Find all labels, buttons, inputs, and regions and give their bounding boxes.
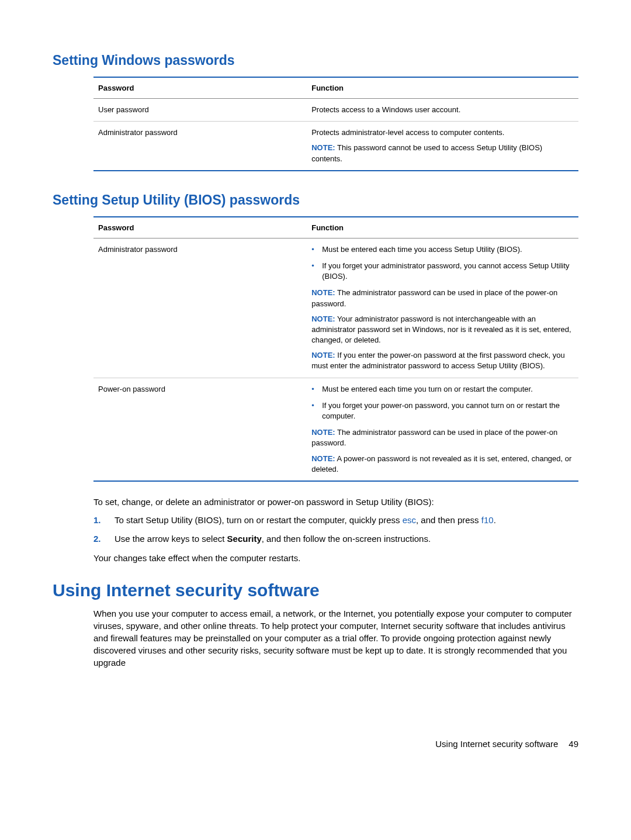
list-item: If you forget your administrator passwor… [311,261,574,282]
cell-function: Protects administrator-level access to c… [307,122,578,171]
page-number: 49 [568,739,578,749]
table-row: Administrator password Protects administ… [93,122,578,171]
list-item: Must be entered each time you turn on or… [311,384,574,395]
note-block: NOTE: The administrator password can be … [311,427,574,448]
note-text: If you enter the power-on password at th… [311,351,565,370]
table-windows-passwords-wrap: Password Function User password Protects… [93,77,578,171]
step-item: 1. To start Setup Utility (BIOS), turn o… [93,514,578,527]
cell-password: Administrator password [93,122,307,171]
footer-label: Using Internet security software [435,739,558,749]
col-function: Function [307,217,578,238]
note-block: NOTE: If you enter the power-on password… [311,350,574,371]
note-text: Your administrator password is not inter… [311,314,571,344]
table-row: Administrator password Must be entered e… [93,238,578,378]
cell-password: Administrator password [93,238,307,378]
ordered-steps: 1. To start Setup Utility (BIOS), turn o… [93,514,578,546]
cell-function: Protects access to a Windows user accoun… [307,99,578,122]
note-text: The administrator password can be used i… [311,288,557,307]
heading-bios-passwords: Setting Setup Utility (BIOS) passwords [53,192,578,208]
cell-password: Power-on password [93,378,307,481]
step-text: , and then press [416,515,481,525]
note-label: NOTE: [311,314,335,323]
note-block: NOTE: Your administrator password is not… [311,314,574,346]
list-item: Must be entered each time you access Set… [311,244,574,255]
table-row: Power-on password Must be entered each t… [93,378,578,481]
cell-function: Must be entered each time you turn on or… [307,378,578,481]
paragraph: When you use your computer to access ema… [93,607,578,669]
note-block: NOTE: The administrator password can be … [311,288,574,309]
col-password: Password [93,77,307,99]
col-function: Function [307,77,578,99]
bullet-list: Must be entered each time you turn on or… [311,384,574,422]
step-text: . [494,515,496,525]
table-windows-passwords: Password Function User password Protects… [93,77,578,171]
table-row: User password Protects access to a Windo… [93,99,578,122]
cell-function: Must be entered each time you access Set… [307,238,578,378]
step-text: Use the arrow keys to select [115,534,227,544]
cell-text: Protects administrator-level access to c… [311,127,574,138]
list-item: If you forget your power-on password, yo… [311,400,574,421]
step-number: 2. [93,533,101,546]
note-label: NOTE: [311,454,335,463]
paragraph: Your changes take effect when the comput… [93,552,578,564]
step-item: 2. Use the arrow keys to select Security… [93,533,578,546]
note-label: NOTE: [311,143,335,152]
note-label: NOTE: [311,288,335,297]
page-footer: Using Internet security software 49 [53,739,578,749]
note-label: NOTE: [311,351,335,359]
table-bios-passwords-wrap: Password Function Administrator password… [93,216,578,564]
key-esc: esc [403,515,416,525]
note-text: A power-on password is not revealed as i… [311,454,571,473]
bullet-list: Must be entered each time you access Set… [311,244,574,282]
note-text: This password cannot be used to access S… [311,143,542,163]
step-text: , and then follow the on-screen instruct… [262,534,431,544]
cell-password: User password [93,99,307,122]
bold-security: Security [227,534,262,544]
document-page: Setting Windows passwords Password Funct… [0,0,631,784]
step-text: To start Setup Utility (BIOS), turn on o… [115,515,403,525]
step-number: 1. [93,514,101,527]
key-f10: f10 [481,515,494,525]
col-password: Password [93,217,307,238]
note-text: The administrator password can be used i… [311,428,557,447]
heading-windows-passwords: Setting Windows passwords [53,53,578,68]
note-label: NOTE: [311,428,335,437]
paragraph: To set, change, or delete an administrat… [93,496,578,508]
table-bios-passwords: Password Function Administrator password… [93,216,578,482]
note-block: NOTE: A power-on password is not reveale… [311,454,574,475]
note-block: NOTE: This password cannot be used to ac… [311,143,574,164]
heading-internet-security: Using Internet security software [53,580,578,600]
